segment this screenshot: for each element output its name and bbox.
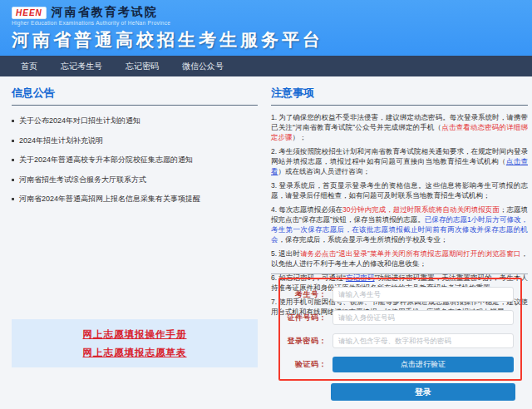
note-text: 考生须按照院校招生计划和河南省教育考试院相关通知要求，在规定时间内登录网站并填报… (271, 147, 528, 165)
note-item: 2.考生须按照院校招生计划和河南省教育考试院相关通知要求，在规定时间内登录网站并… (271, 146, 528, 176)
announcement-list: 关于公布2024年对口招生计划的通知2024年招生计划补充说明关于2024年普通… (12, 116, 258, 204)
note-text: 退出时 (278, 249, 300, 258)
announcement-text: 关于公布2024年对口招生计划的通知 (19, 116, 140, 126)
announcement-text: 河南省招生考试综合服务大厅联系方式 (19, 175, 146, 185)
announcement-item[interactable]: 2024年招生计划补充说明 (12, 136, 258, 146)
password-input[interactable] (332, 333, 514, 348)
divider (271, 273, 528, 274)
bullet-icon (12, 159, 14, 161)
announcement-text: 河南省2024年普通高招网上报名信息采集有关事项提醒 (19, 194, 200, 204)
bullet-icon (12, 120, 14, 122)
note-text: ）； (293, 133, 307, 141)
field-label: 考生号： (280, 289, 327, 300)
note-text: 请务必点击“退出登录”菜单并关闭所有填报志愿期间打开的浏览器窗口 (300, 249, 520, 258)
form-row: 验证码：点击进行验证 (280, 357, 514, 372)
field-label: 验证码： (280, 359, 327, 370)
announcement-item[interactable]: 关于2024年普通高校专升本部分院校征集志愿的通知 (12, 155, 258, 165)
note-number: 3. (271, 181, 277, 190)
note-number: 2. (271, 147, 277, 155)
notes-title: 注意事项 (271, 86, 528, 106)
bullet-icon (12, 198, 14, 200)
note-item: 3.登录系统后，首页显示登录考生的资格信息。这些信息将影响考生可填报的志愿，请登… (271, 180, 528, 200)
nav-item-3[interactable]: 微信公众号 (182, 61, 224, 72)
note-text: ，保存完成后，系统会显示考生所填报的学校及专业； (278, 235, 448, 244)
nav-menu: 首页忘记考生号忘记密码微信公众号 (0, 56, 532, 76)
brand-row: HEEN 河南省教育考试院 (12, 5, 158, 20)
bullet-icon (12, 179, 14, 181)
id-number-input[interactable] (332, 310, 514, 325)
announcement-item[interactable]: 关于公布2024年对口招生计划的通知 (12, 116, 258, 126)
form-row: 证件号码： (280, 310, 514, 325)
manual-links-box: 网上志愿填报操作手册网上志愿填报志愿草表 (12, 319, 258, 367)
manual-link-0[interactable]: 网上志愿填报操作手册 (83, 328, 187, 341)
note-text: 每次志愿填报必须在 (278, 205, 342, 214)
note-number: 5. (271, 249, 277, 258)
announcement-text: 关于2024年普通高校专升本部分院校征集志愿的通知 (19, 155, 193, 165)
heen-logo-icon: HEEN (12, 7, 47, 19)
announcement-item[interactable]: 河南省2024年普通高招网上报名信息采集有关事项提醒 (12, 194, 258, 204)
manual-link-1[interactable]: 网上志愿填报志愿草表 (83, 347, 187, 359)
candidate-number-input[interactable] (332, 287, 514, 302)
note-number: 4. (271, 205, 277, 214)
captcha-verify-button[interactable]: 点击进行验证 (332, 357, 514, 372)
field-label: 证件号码： (280, 313, 327, 323)
form-row: 考生号： (280, 287, 514, 302)
bullet-icon (12, 140, 14, 142)
note-number: 7. (271, 298, 277, 306)
nav-item-0[interactable]: 首页 (21, 61, 37, 72)
page: HEEN 河南省教育考试院 Higher Education Examinati… (0, 0, 532, 409)
note-item: 4.每次志愿填报必须在30分钟内完成，超过时限系统将自动关闭填报页面；志愿填报完… (271, 204, 528, 244)
org-name: 河南省教育考试院 (52, 5, 158, 20)
site-title: 河南省普通高校招生考生服务平台 (12, 28, 323, 52)
announcements-panel: 信息公告 关于公布2024年对口招生计划的通知2024年招生计划补充说明关于20… (12, 86, 258, 214)
nav-item-1[interactable]: 忘记考生号 (61, 61, 102, 72)
site-header: HEEN 河南省教育考试院 Higher Education Examinati… (0, 0, 532, 56)
note-item: 1.为了确保您的权益不受非法侵害，建议绑定动态密码。每次登录系统时，请携带已关注… (271, 112, 528, 142)
note-text: ）或在线咨询人员进行咨询； (278, 167, 371, 175)
announcement-item[interactable]: 河南省招生考试综合服务大厅联系方式 (12, 175, 258, 185)
note-text: 登录系统后，首页显示登录考生的资格信息。这些信息将影响考生可填报的志愿，请登录后… (271, 181, 528, 200)
field-label: 登录密码： (280, 336, 327, 347)
nav-item-2[interactable]: 忘记密码 (126, 61, 159, 72)
form-row: 登录密码： (280, 333, 514, 348)
announcements-title: 信息公告 (12, 86, 258, 106)
announcement-text: 2024年招生计划补充说明 (19, 136, 103, 146)
note-number: 1. (271, 113, 277, 121)
org-name-english: Higher Education Examinations Authority … (12, 20, 170, 26)
login-form: 考生号：证件号码：登录密码：验证码：点击进行验证 (278, 278, 522, 381)
note-text: 30分钟内完成，超过时限系统将自动关闭填报页面 (342, 205, 500, 214)
login-button[interactable]: 登录 (331, 383, 515, 401)
note-item: 5.退出时请务必点击“退出登录”菜单并关闭所有填报志愿期间打开的浏览器窗口，以免… (271, 249, 528, 269)
note-number: 6. (271, 273, 277, 282)
